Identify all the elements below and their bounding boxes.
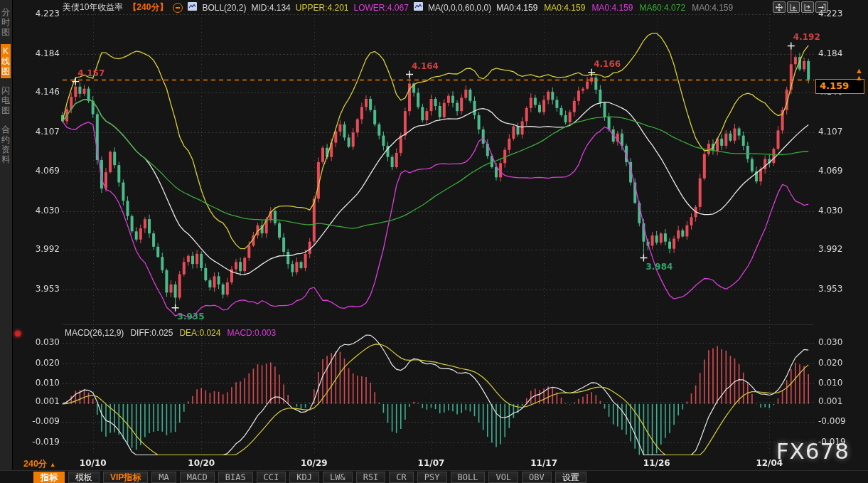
axis-pan-icon[interactable]	[787, 1, 800, 13]
ma-label: MA(0,0,0,60,0,0)	[428, 3, 491, 13]
annotation-3.935: 3.935	[178, 312, 205, 322]
boll-mid-readout: MID:4.134	[251, 3, 290, 13]
alert-dot-icon	[15, 331, 21, 336]
ma-readout: MA60:4.072	[639, 3, 685, 13]
annotation-3.984: 3.984	[645, 262, 673, 272]
macd-macd-readout: MACD:0.003	[227, 328, 276, 338]
toolbar-button-settings[interactable]: 设置	[555, 472, 586, 483]
annotation-4.164: 4.164	[412, 61, 439, 71]
macd-tick-left: -0.019	[0, 437, 60, 447]
ma-readouts: MA0:4.159MA0:4.159MA0:4.159MA60:4.072MA0…	[496, 3, 733, 13]
trading-app-window: 分时图K线图闪电图合约资料 美债10年收益率 【240分】 BOLL(20,2)…	[0, 0, 868, 483]
date-label-11/07: 11/07	[414, 458, 449, 468]
macd-tick-right: 0.020	[818, 358, 868, 368]
toolbar-button-MACD[interactable]: MACD	[180, 472, 215, 483]
ma-readout: MA0:4.159	[496, 3, 537, 13]
price-tick-right: 4.069	[818, 166, 868, 176]
boll-upper-readout: UPPER:4.201	[296, 3, 349, 13]
macd-tick-left: 0.020	[0, 358, 60, 368]
macd-tick-right: 0.030	[818, 337, 868, 347]
toolbar-button-VIP指标[interactable]: VIP指标	[103, 472, 148, 483]
toolbar-button-PSY[interactable]: PSY	[417, 472, 447, 483]
ma-indicator-icon	[414, 2, 423, 13]
macd-tick-left: -0.009	[0, 416, 60, 426]
indicator-topbar: 美债10年收益率 【240分】 BOLL(20,2) MID:4.134 UPP…	[63, 1, 733, 14]
macd-tick-right: 0.001	[818, 396, 868, 406]
date-label-10/10: 10/10	[76, 458, 110, 468]
macd-dea-readout: DEA:0.024	[179, 328, 220, 338]
period-selector[interactable]: 240分 ▲	[23, 458, 56, 470]
ma-readout: MA0:4.159	[544, 3, 585, 13]
price-tick-right: 3.953	[818, 284, 868, 294]
toolbar-button-KDJ[interactable]: KDJ	[289, 472, 319, 483]
macd-tick-left: 0.001	[0, 396, 60, 406]
toolbar-button-LW&[interactable]: LW&	[323, 472, 353, 483]
price-tick-right: 4.107	[818, 127, 868, 137]
period-dropdown-arrow-icon: ▲	[50, 461, 56, 468]
price-tick-left: 3.953	[0, 284, 60, 294]
price-tick-left: 4.107	[0, 127, 60, 137]
date-label-10/20: 10/20	[184, 458, 218, 468]
price-tick-left: 3.992	[0, 244, 60, 254]
macd-tick-right: -0.009	[818, 416, 868, 426]
toolbar-button-MA[interactable]: MA	[151, 472, 176, 483]
price-tick-right: 3.992	[818, 244, 868, 254]
price-tick-right: 4.030	[818, 206, 868, 216]
date-label-11/26: 11/26	[640, 458, 674, 468]
toolbar-button-OBV[interactable]: OBV	[522, 472, 552, 483]
date-label-10/29: 10/29	[297, 458, 331, 468]
price-tick-left: 4.146	[0, 87, 60, 97]
annotation-4.166: 4.166	[594, 59, 621, 69]
toolbar-button-RSI[interactable]: RSI	[356, 472, 386, 483]
watermark: FX678	[776, 438, 850, 464]
axis-play-icon[interactable]	[801, 1, 814, 13]
macd-tick-right: 0.010	[818, 378, 868, 388]
toolbar-button-指标[interactable]: 指标	[33, 472, 65, 483]
toolbar-button-模板[interactable]: 模板	[68, 472, 100, 483]
toolbar-button-CR[interactable]: CR	[389, 472, 413, 483]
toolbar-button-VOL[interactable]: VOL	[488, 472, 518, 483]
price-tick-left: 4.223	[0, 9, 60, 18]
price-tick-left: 4.184	[0, 48, 60, 58]
boll-lower-readout: LOWER:4.067	[354, 3, 409, 13]
bottom-toolbar: 指标模板VIP指标MAMACDBIASCCIKDJLW&RSICRPSYBOLL…	[0, 470, 868, 483]
sidebar: 分时图K线图闪电图合约资料	[0, 0, 13, 483]
price-tick-left: 4.069	[0, 166, 60, 176]
macd-diff-readout: DIFF:0.025	[130, 328, 173, 338]
boll-indicator-icon	[188, 2, 197, 13]
ma-readout: MA0:4.159	[692, 3, 733, 13]
move-icon[interactable]	[773, 1, 786, 13]
price-tick-left: 4.030	[0, 206, 60, 216]
price-tick-right: 4.223	[818, 9, 868, 18]
toolbar-button-BIAS[interactable]: BIAS	[218, 472, 253, 483]
macd-tick-left: 0.010	[0, 378, 60, 388]
date-label-11/17: 11/17	[527, 458, 561, 468]
toolbar-button-BOLL[interactable]: BOLL	[451, 472, 486, 483]
boll-label: BOLL(20,2)	[202, 3, 246, 13]
period-tag: 【240分】	[128, 1, 168, 14]
macd-header: MACD(26,12,9) DIFF:0.025 DEA:0.024 MACD:…	[65, 328, 276, 338]
price-tick-right: 4.184	[818, 48, 868, 58]
symbol-title: 美债10年收益率	[63, 1, 123, 14]
chart-canvas[interactable]	[0, 0, 868, 483]
annotation-4.192: 4.192	[793, 32, 820, 42]
macd-tick-left: 0.030	[0, 337, 60, 347]
collapse-icon[interactable]	[173, 3, 183, 13]
ma-readout: MA0:4.159	[591, 3, 633, 13]
toolbar-button-CCI[interactable]: CCI	[257, 472, 286, 483]
price-up-arrow-icon: ▲▲	[855, 67, 863, 81]
annotation-4.157: 4.157	[77, 68, 105, 78]
macd-title: MACD(26,12,9)	[65, 328, 124, 338]
